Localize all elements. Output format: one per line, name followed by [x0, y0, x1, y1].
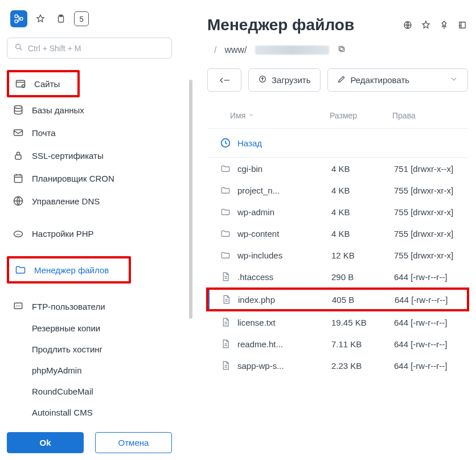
file-permissions: 644 [-rw-r--r--]	[394, 272, 459, 282]
database-icon	[13, 104, 24, 116]
file-row-back[interactable]: Назад	[207, 129, 468, 158]
folder-icon	[219, 228, 232, 239]
page-title: Менеджер файлов	[207, 16, 354, 34]
file-permissions: 755 [drwxr-xr-x]	[394, 207, 459, 217]
file-name: .htaccess	[237, 272, 331, 282]
search-input[interactable]	[28, 44, 165, 53]
ok-button[interactable]: Ok	[7, 432, 84, 453]
edit-button[interactable]: Редактировать	[327, 68, 469, 92]
file-table-header: Имя Размер Права	[207, 105, 468, 129]
sidebar-item-php[interactable]: php Настройки PHP	[7, 223, 187, 245]
file-size: 290 B	[331, 272, 394, 282]
sidebar-item-label: Планировщик CRON	[32, 174, 114, 183]
number-box-icon[interactable]: 5	[74, 11, 89, 26]
folder-icon	[219, 185, 232, 195]
file-name: Назад	[237, 138, 331, 148]
sidebar-item-label: phpMyAdmin	[32, 365, 82, 375]
file-permissions: 755 [drwxr-xr-x]	[394, 250, 459, 260]
sidebar-item-renew[interactable]: Продлить хостинг	[7, 339, 187, 360]
col-perm-label[interactable]: Права	[392, 111, 459, 120]
file-name: index.php	[238, 295, 332, 305]
globe-icon	[13, 195, 24, 207]
file-permissions: 751 [drwxr-x--x]	[394, 164, 459, 174]
file-row[interactable]: index.php405 B644 [-rw-r--r--]	[207, 289, 468, 310]
file-icon	[219, 360, 232, 371]
back-button[interactable]	[207, 68, 241, 92]
sidebar-item-label: Сайты	[34, 79, 60, 89]
sidebar-item-cron[interactable]: Планировщик CRON	[7, 167, 187, 190]
svg-rect-1	[15, 20, 18, 23]
sidebar-scrollbar[interactable]	[189, 80, 192, 319]
sidebar-item-phpmyadmin[interactable]: phpMyAdmin	[7, 360, 187, 381]
file-permissions: 644 [-rw-r--r--]	[395, 295, 459, 305]
sidebar-item-label: RoundCubeMail	[32, 387, 93, 396]
file-size: 19.45 KB	[331, 318, 394, 327]
svg-point-8	[14, 106, 22, 109]
sidebar-item-databases[interactable]: Базы данных	[7, 98, 187, 121]
cancel-button[interactable]: Отмена	[95, 432, 172, 453]
globe-link-icon[interactable]	[402, 19, 413, 31]
breadcrumb-current-blurred	[255, 46, 329, 55]
expand-icon[interactable]	[457, 19, 468, 31]
file-row[interactable]: wp-includes12 KB755 [drwxr-xr-x]	[207, 244, 468, 266]
sort-chevron-icon[interactable]	[248, 111, 255, 120]
sidebar-search[interactable]	[7, 38, 172, 59]
sidebar: 5 Сайты Базы данных	[0, 0, 194, 460]
sidebar-item-label: Менеджер файлов	[34, 265, 109, 275]
sidebar-item-label: Autoinstall CMS	[32, 408, 93, 417]
sidebar-item-autoinstall[interactable]: Autoinstall CMS	[7, 402, 187, 423]
file-row[interactable]: sapp-wp-s...2.23 KB644 [-rw-r--r--]	[207, 355, 468, 376]
file-icon	[220, 294, 232, 305]
file-row[interactable]: readme.ht...7.11 KB644 [-rw-r--r--]	[207, 333, 468, 355]
sites-icon	[15, 78, 26, 89]
clipboard-icon[interactable]	[54, 11, 68, 26]
file-icon	[219, 317, 232, 327]
file-row[interactable]: wp-admin4 KB755 [drwxr-xr-x]	[207, 201, 468, 223]
sidebar-item-filemanager[interactable]: Менеджер файлов	[9, 258, 129, 281]
file-row[interactable]: project_n...4 KB755 [drwxr-xr-x]	[207, 179, 468, 201]
col-size-label[interactable]: Размер	[330, 111, 392, 120]
tree-view-icon[interactable]	[10, 10, 27, 27]
mail-icon	[13, 127, 24, 138]
file-size: 7.11 KB	[331, 339, 394, 349]
chevron-down-icon	[449, 75, 458, 85]
toolbar: Загрузить Редактировать	[207, 68, 468, 92]
file-permissions: 644 [-rw-r--r--]	[394, 339, 459, 349]
breadcrumb-www[interactable]: www/	[224, 45, 247, 55]
file-row[interactable]: license.txt19.45 KB644 [-rw-r--r--]	[207, 311, 468, 333]
sidebar-item-dns[interactable]: Управление DNS	[7, 190, 187, 212]
breadcrumb-root[interactable]: /	[214, 45, 216, 55]
star-icon[interactable]	[33, 11, 48, 26]
copy-path-icon[interactable]	[337, 44, 346, 56]
sidebar-item-label: FTP-пользователи	[32, 302, 105, 311]
sidebar-item-label: Управление DNS	[32, 196, 100, 206]
file-name: project_n...	[237, 186, 331, 195]
sidebar-item-mail[interactable]: Почта	[7, 121, 187, 144]
file-size: 405 B	[332, 295, 395, 305]
col-name-label[interactable]: Имя	[230, 111, 245, 120]
file-size: 4 KB	[331, 229, 394, 239]
sidebar-item-ftp[interactable]: FTP FTP-пользователи	[7, 295, 187, 318]
sidebar-item-backups[interactable]: Резервные копии	[7, 318, 187, 339]
sidebar-item-label: Настройки PHP	[32, 229, 94, 239]
sidebar-item-label: SSL-сертификаты	[32, 151, 104, 161]
sidebar-item-ssl[interactable]: SSL-сертификаты	[7, 144, 187, 167]
star-icon[interactable]	[420, 19, 432, 31]
header-action-icons	[402, 19, 468, 31]
file-permissions: 644 [-rw-r--r--]	[394, 318, 459, 327]
pencil-icon	[337, 75, 346, 85]
file-row[interactable]: cgi-bin4 KB751 [drwxr-x--x]	[207, 158, 468, 179]
main-panel: Менеджер файлов / www/	[194, 0, 476, 460]
sidebar-item-roundcube[interactable]: RoundCubeMail	[7, 381, 187, 402]
file-row[interactable]: .htaccess290 B644 [-rw-r--r--]	[207, 266, 468, 288]
pin-icon[interactable]	[438, 19, 450, 31]
svg-point-7	[22, 85, 25, 88]
sidebar-item-sites[interactable]: Сайты	[9, 72, 77, 95]
file-row[interactable]: wp-content4 KB755 [drwxr-xr-x]	[207, 223, 468, 244]
php-icon: php	[13, 228, 24, 240]
upload-button[interactable]: Загрузить	[248, 68, 321, 92]
upload-icon	[258, 75, 267, 85]
svg-text:php: php	[17, 232, 21, 235]
svg-rect-20	[339, 46, 343, 50]
file-icon	[219, 272, 232, 282]
